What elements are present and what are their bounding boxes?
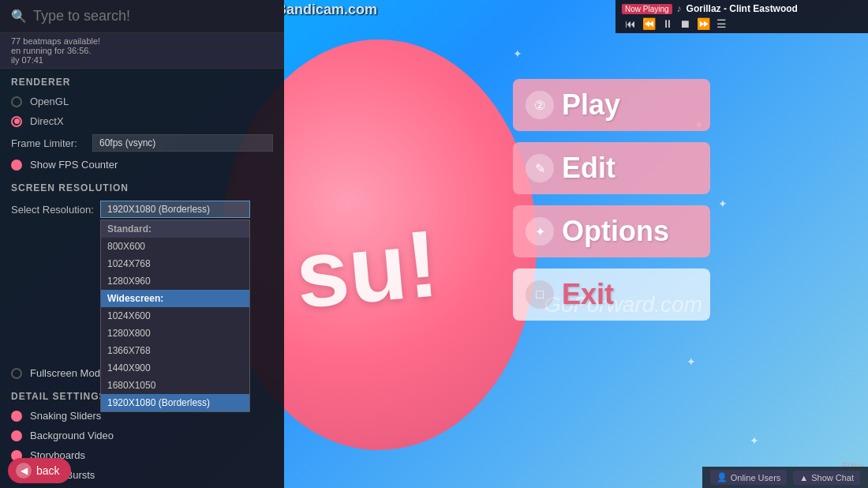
res-800x600[interactable]: 800X600	[101, 238, 249, 255]
directx-label: DirectX	[30, 115, 64, 127]
select-resolution-label: Select Resolution:	[11, 204, 94, 216]
show-chat-button[interactable]: ▲ Show Chat	[793, 471, 860, 485]
options-icon: ✦	[526, 217, 554, 246]
resolution-dropdown-list: Standard: 800X600 1024X768 1280X960 Wide…	[100, 220, 250, 412]
background-video-toggle[interactable]	[11, 430, 22, 441]
opengl-label: OpenGL	[30, 96, 69, 107]
rewind-button[interactable]: ⏪	[642, 17, 656, 30]
background-video-label: Background Video	[30, 430, 114, 441]
online-users-icon: 👤	[716, 472, 728, 482]
opengl-radio[interactable]	[11, 96, 22, 107]
renderer-section-header: RENDERER	[0, 69, 284, 92]
res-1280x960[interactable]: 1280X960	[101, 272, 249, 290]
res-1024x768[interactable]: 1024X768	[101, 255, 249, 272]
resolution-dropdown-selected[interactable]: 1920X1080 (Borderless)	[100, 201, 250, 218]
star-decoration: ✦	[718, 197, 728, 210]
play-icon: ②	[526, 91, 554, 119]
res-1280x800[interactable]: 1280X800	[101, 325, 249, 342]
exit-icon: □	[526, 280, 554, 309]
widescreen-header: Widescreen:	[101, 290, 249, 307]
directx-radio[interactable]	[11, 116, 22, 127]
fast-forward-button[interactable]: ⏩	[697, 17, 710, 30]
play-button[interactable]: ② Play	[513, 79, 710, 131]
res-1680x1050[interactable]: 1680X1050	[101, 377, 249, 394]
now-playing-title: Gorillaz - Clint Eastwood	[687, 3, 798, 14]
background-video-row[interactable]: Background Video	[0, 426, 284, 445]
edit-label: Edit	[562, 152, 615, 185]
show-fps-toggle[interactable]	[11, 160, 22, 171]
back-label: back	[36, 464, 60, 477]
show-chat-icon: ▲	[799, 473, 808, 482]
play-label: Play	[562, 88, 620, 122]
stop-button[interactable]: ⏹	[679, 17, 690, 30]
snaking-sliders-toggle[interactable]	[11, 411, 22, 422]
opengl-option[interactable]: OpenGL	[0, 92, 284, 111]
directx-option[interactable]: DirectX	[0, 111, 284, 131]
online-users-button[interactable]: 👤 Online Users	[710, 470, 788, 485]
online-users-label: Online Users	[731, 473, 781, 482]
edit-icon: ✎	[526, 154, 554, 182]
notification-bar: 77 beatmaps available! en running for 36…	[0, 33, 284, 69]
resolution-row: Select Resolution: 1920X1080 (Borderless…	[0, 197, 284, 221]
edit-button[interactable]: ✎ Edit	[513, 142, 710, 194]
exit-button[interactable]: □ Exit	[513, 268, 710, 321]
bottom-bar: 👤 Online Users ▲ Show Chat	[702, 467, 868, 488]
res-1024x600[interactable]: 1024X600	[101, 307, 249, 325]
exit-label: Exit	[562, 278, 614, 311]
hit-lighting-row[interactable]: Hit Lighting	[0, 485, 284, 488]
main-menu: ② Play ✎ Edit ✦ Options □ Exit	[513, 79, 710, 321]
frame-limiter-input[interactable]	[92, 134, 273, 152]
fullscreen-label: Fullscreen Mode	[30, 367, 106, 379]
playback-controls: ⏮ ⏪ ⏸ ⏹ ⏩ ☰	[622, 17, 862, 30]
star-decoration: ✦	[750, 434, 759, 447]
prev-button[interactable]: ⏮	[625, 17, 636, 30]
snaking-sliders-label: Snaking Sliders	[30, 410, 101, 422]
search-bar: 🔍	[0, 0, 284, 33]
bandicam-watermark: Bandicam.com	[276, 2, 377, 18]
frame-limiter-row: Frame Limiter:	[0, 131, 284, 155]
standard-header: Standard:	[101, 220, 249, 238]
star-decoration: ✦	[513, 47, 522, 60]
now-playing-panel: Now Playing ♪ Gorillaz - Clint Eastwood …	[615, 0, 868, 33]
screen-resolution-header: SCREEN RESOLUTION	[0, 175, 284, 197]
star-decoration: ✦	[687, 355, 696, 368]
res-1366x768[interactable]: 1366X768	[101, 342, 249, 359]
show-fps-label: Show FPS Counter	[30, 159, 118, 171]
show-chat-label: Show Chat	[811, 473, 854, 482]
fullscreen-toggle[interactable]	[11, 368, 22, 379]
res-1440x900[interactable]: 1440X900	[101, 359, 249, 377]
frame-limiter-label: Frame Limiter:	[11, 137, 86, 149]
pause-button[interactable]: ⏸	[662, 17, 673, 30]
settings-panel: 🔍 77 beatmaps available! en running for …	[0, 0, 284, 488]
search-input[interactable]	[33, 8, 273, 24]
back-button[interactable]: ◀ back	[8, 458, 71, 483]
options-button[interactable]: ✦ Options	[513, 205, 710, 257]
resolution-dropdown-container: 1920X1080 (Borderless) Standard: 800X600…	[100, 201, 250, 218]
now-playing-badge: Now Playing	[622, 4, 672, 14]
back-arrow-icon: ◀	[16, 463, 32, 479]
res-1920x1080[interactable]: 1920X1080 (Borderless)	[101, 394, 249, 411]
osu-logo-text: su!	[291, 208, 442, 328]
show-fps-row[interactable]: Show FPS Counter	[0, 155, 284, 175]
options-label: Options	[562, 215, 669, 248]
search-icon: 🔍	[11, 9, 27, 24]
menu-button[interactable]: ☰	[716, 17, 727, 30]
